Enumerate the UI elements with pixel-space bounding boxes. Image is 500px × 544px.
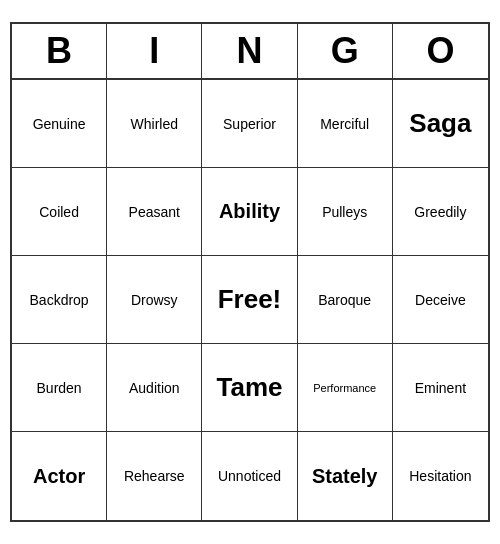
bingo-cell: Burden — [12, 344, 107, 432]
bingo-cell: Whirled — [107, 80, 202, 168]
header-letter: O — [393, 24, 488, 78]
bingo-cell: Performance — [298, 344, 393, 432]
bingo-cell: Unnoticed — [202, 432, 297, 520]
bingo-cell: Stately — [298, 432, 393, 520]
bingo-cell: Superior — [202, 80, 297, 168]
bingo-cell: Ability — [202, 168, 297, 256]
header-letter: G — [298, 24, 393, 78]
bingo-header: BINGO — [12, 24, 488, 80]
bingo-cell: Audition — [107, 344, 202, 432]
bingo-cell: Drowsy — [107, 256, 202, 344]
bingo-cell: Baroque — [298, 256, 393, 344]
bingo-cell: Actor — [12, 432, 107, 520]
header-letter: B — [12, 24, 107, 78]
bingo-cell: Coiled — [12, 168, 107, 256]
bingo-cell: Merciful — [298, 80, 393, 168]
header-letter: I — [107, 24, 202, 78]
bingo-cell: Saga — [393, 80, 488, 168]
bingo-grid: GenuineWhirledSuperiorMercifulSagaCoiled… — [12, 80, 488, 520]
bingo-cell: Greedily — [393, 168, 488, 256]
bingo-cell: Genuine — [12, 80, 107, 168]
bingo-cell: Peasant — [107, 168, 202, 256]
bingo-card: BINGO GenuineWhirledSuperiorMercifulSaga… — [10, 22, 490, 522]
bingo-cell: Tame — [202, 344, 297, 432]
header-letter: N — [202, 24, 297, 78]
bingo-cell: Rehearse — [107, 432, 202, 520]
bingo-cell: Pulleys — [298, 168, 393, 256]
bingo-cell: Backdrop — [12, 256, 107, 344]
bingo-cell: Hesitation — [393, 432, 488, 520]
bingo-cell: Free! — [202, 256, 297, 344]
bingo-cell: Eminent — [393, 344, 488, 432]
bingo-cell: Deceive — [393, 256, 488, 344]
